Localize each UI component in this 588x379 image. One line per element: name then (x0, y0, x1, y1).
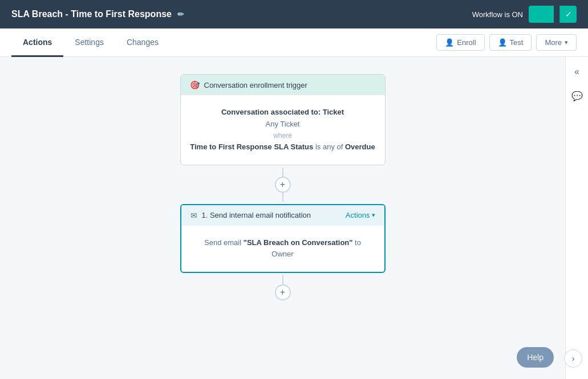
nav-bar: Actions Settings Changes 👤 Enroll 👤 Test… (0, 28, 588, 57)
edit-icon[interactable]: ✏ (177, 10, 184, 19)
tab-actions[interactable]: Actions (11, 29, 63, 57)
connector-line-1 (282, 168, 283, 177)
action-email-name: "SLA Breach on Conversation" (244, 238, 353, 247)
main-content: 🎯 Conversation enrollment trigger Conver… (0, 57, 588, 379)
connector-line-3 (282, 275, 283, 284)
trigger-condition-verb: is (315, 142, 321, 151)
help-button[interactable]: Help (517, 347, 554, 368)
action-header-left: ✉ 1. Send internal email notification (190, 211, 311, 220)
chat-sidebar-button[interactable]: 💬 (568, 87, 586, 105)
trigger-association: Conversation associated to: Ticket (190, 107, 376, 119)
connector-line-2 (282, 193, 283, 202)
nav-tabs: Actions Settings Changes (11, 28, 170, 56)
tab-settings[interactable]: Settings (63, 29, 115, 57)
trigger-card-header: 🎯 Conversation enrollment trigger (181, 75, 385, 95)
action-to-suffix: to (352, 238, 360, 247)
trigger-header-label: Conversation enrollment trigger (204, 81, 307, 89)
actions-chevron-icon: ▾ (372, 211, 375, 219)
trigger-condition: Time to First Response SLA Status is any… (190, 141, 376, 153)
action-send-prefix: Send email (204, 238, 244, 247)
workflow-title-group: SLA Breach - Time to First Response ✏ (11, 9, 184, 19)
collapse-sidebar-button[interactable]: « (568, 63, 586, 81)
action-actions-link[interactable]: Actions ▾ (346, 211, 375, 219)
check-icon: ✓ (565, 10, 572, 19)
add-step-button-2[interactable]: + (275, 284, 291, 300)
trigger-condition-value: Overdue (345, 142, 375, 151)
nav-action-buttons: 👤 Enroll 👤 Test More ▾ (436, 34, 577, 51)
connector-1: + (275, 168, 291, 202)
more-button[interactable]: More ▾ (536, 34, 577, 51)
workflow-confirm-button[interactable]: ✓ (559, 6, 577, 23)
workflow-canvas: 🎯 Conversation enrollment trigger Conver… (0, 57, 565, 379)
next-icon: › (572, 354, 575, 363)
connector-2: + (275, 275, 291, 300)
test-button[interactable]: 👤 Test (489, 34, 532, 51)
workflow-title: SLA Breach - Time to First Response (11, 9, 172, 19)
next-button[interactable]: › (564, 349, 582, 368)
header-right: Workflow is ON ✓ (472, 6, 577, 23)
trigger-condition-detail: any of (323, 142, 343, 151)
trigger-where-label: where (190, 131, 376, 141)
trigger-icon: 🎯 (190, 80, 200, 89)
action-step-label: 1. Send internal email notification (202, 211, 311, 219)
action-recipient: Owner (190, 248, 375, 260)
right-sidebar: « 💬 (565, 57, 588, 379)
trigger-ticket-type: Any Ticket (190, 119, 376, 131)
tab-changes[interactable]: Changes (115, 29, 170, 57)
chat-icon: 💬 (571, 91, 583, 101)
trigger-card-body: Conversation associated to: Ticket Any T… (181, 95, 385, 165)
enroll-icon: 👤 (445, 38, 454, 47)
test-icon: 👤 (498, 38, 507, 47)
add-step-button-1[interactable]: + (275, 177, 291, 193)
trigger-condition-field: Time to First Response SLA Status (190, 142, 313, 151)
enroll-button[interactable]: 👤 Enroll (436, 34, 484, 51)
trigger-card: 🎯 Conversation enrollment trigger Conver… (180, 74, 386, 165)
action-card-body: Send email "SLA Breach on Conversation" … (181, 226, 384, 272)
workflow-status: Workflow is ON (472, 10, 523, 19)
more-chevron-icon: ▾ (565, 39, 568, 46)
action-card-header: ✉ 1. Send internal email notification Ac… (181, 205, 384, 226)
action-card: ✉ 1. Send internal email notification Ac… (180, 204, 386, 274)
top-header: SLA Breach - Time to First Response ✏ Wo… (0, 0, 588, 28)
workflow-toggle-button[interactable] (529, 6, 554, 23)
email-icon: ✉ (190, 211, 197, 220)
collapse-icon: « (574, 67, 579, 77)
